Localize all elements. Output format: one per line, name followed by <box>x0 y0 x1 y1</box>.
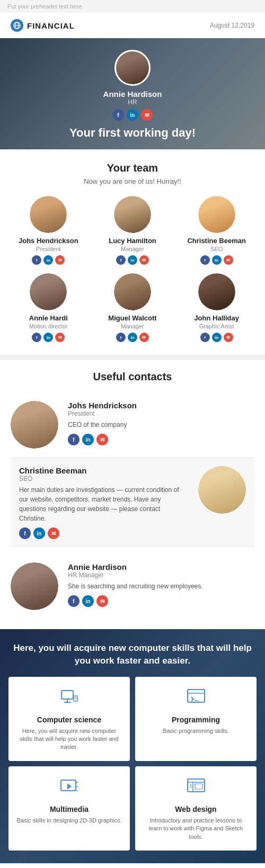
john-li[interactable]: in <box>212 333 222 342</box>
contact-socials-christine: f in ✉ <box>19 527 189 539</box>
christine-fb[interactable]: f <box>200 255 210 265</box>
skills-grid: Computer science Here, you will acquire … <box>8 677 257 851</box>
miguel-em[interactable]: ✉ <box>139 333 149 342</box>
socials-johs: f in ✉ <box>11 255 86 265</box>
annie-contact-em[interactable]: ✉ <box>96 595 108 607</box>
team-member-miguel: Miguel Walcott Manager f in ✉ <box>95 273 171 342</box>
team-member-john: John Halliday Graphic Artist f in ✉ <box>179 273 254 342</box>
johs-contact-li[interactable]: in <box>82 434 94 445</box>
contact-info-johs: Johs Hendrickson President CEO of the co… <box>68 401 254 445</box>
contact-name-annie: Annie Hardison <box>68 562 254 571</box>
skills-section: Here, you will acquire new computer skil… <box>0 629 265 863</box>
contact-role-annie: HR Manager <box>68 571 254 579</box>
skill-webdesign: Web design Introductory and practice les… <box>135 766 257 851</box>
role-john: Graphic Artist <box>179 323 254 329</box>
contact-christine: Christine Beeman SEO Her main duties are… <box>11 458 254 548</box>
svg-rect-17 <box>188 779 205 792</box>
skill-name-web: Web design <box>143 805 249 813</box>
team-title: Your team <box>11 162 254 174</box>
name-john: John Halliday <box>179 314 254 322</box>
hero-avatar <box>114 50 151 86</box>
annie-em[interactable]: ✉ <box>55 333 65 342</box>
contacts-title: Useful contacts <box>11 371 254 383</box>
header-date: August 12,2019 <box>210 22 254 29</box>
christine-em[interactable]: ✉ <box>224 255 233 265</box>
contact-desc-annie: She is searching and recruiting new empl… <box>68 581 254 591</box>
johs-contact-em[interactable]: ✉ <box>96 434 108 445</box>
contact-name-christine: Christine Beeman <box>19 466 189 475</box>
multimedia-icon <box>16 776 122 801</box>
preheader-text: Put your preheader text here. <box>7 3 83 10</box>
role-johs: President <box>11 246 86 252</box>
skill-programming: Programming Basic programming skills. <box>135 677 257 761</box>
services-section: Useful Services This is a storage of the… <box>0 863 265 868</box>
team-subtitle: Now you are one of us! Hurray!! <box>11 177 254 185</box>
team-section: Your team Now you are one of us! Hurray!… <box>0 149 265 355</box>
skill-desc-multi: Basic skills in designing 2D-3D graphics… <box>16 817 122 825</box>
christine-li[interactable]: in <box>212 255 222 265</box>
socials-lucy: f in ✉ <box>95 255 171 265</box>
hero-linkedin-btn[interactable]: in <box>127 109 138 121</box>
name-annie: Annie Hardi <box>11 314 86 322</box>
johs-li[interactable]: in <box>43 255 53 265</box>
role-miguel: Manager <box>95 323 171 329</box>
christine-contact-fb[interactable]: f <box>19 527 31 539</box>
hero-avatar-img <box>116 51 149 84</box>
role-annie: Motion director <box>11 323 86 329</box>
hero-email-btn[interactable]: ✉ <box>141 109 153 121</box>
christine-contact-li[interactable]: in <box>33 527 45 539</box>
socials-miguel: f in ✉ <box>95 333 171 342</box>
computer-science-icon <box>16 686 122 711</box>
skill-desc-prog: Basic programming skills. <box>143 727 249 735</box>
john-em[interactable]: ✉ <box>224 333 233 342</box>
hero-facebook-btn[interactable]: f <box>112 109 124 121</box>
hero-name: Annie Hardison <box>103 90 162 99</box>
team-member-christine: Christine Beeman SEO f in ✉ <box>179 196 254 265</box>
header: FINANCIAL August 12,2019 <box>0 13 265 38</box>
lucy-em[interactable]: ✉ <box>139 255 149 265</box>
skills-tagline: Here, you will acquire new computer skil… <box>8 642 257 667</box>
contacts-section: Useful contacts Johs Hendrickson Preside… <box>0 360 265 629</box>
contact-desc-christine: Her main duties are investigations — cur… <box>19 485 189 523</box>
name-lucy: Lucy Hamilton <box>95 237 171 245</box>
svg-marker-13 <box>67 783 72 790</box>
logo-text: FINANCIAL <box>27 21 75 30</box>
name-johs: Johs Hendrickson <box>11 237 86 245</box>
annie-contact-fb[interactable]: f <box>68 595 80 607</box>
contact-johs: Johs Hendrickson President CEO of the co… <box>11 392 254 458</box>
annie-fb[interactable]: f <box>32 333 41 342</box>
christine-contact-em[interactable]: ✉ <box>48 527 59 539</box>
skill-desc-web: Introductory and practice lessons to lea… <box>143 817 249 841</box>
skill-desc-cs: Here, you will acquire new computer skil… <box>16 727 122 751</box>
svg-rect-3 <box>61 691 73 699</box>
johs-contact-fb[interactable]: f <box>68 434 80 445</box>
lucy-li[interactable]: in <box>128 255 137 265</box>
contact-annie: Annie Hardison HR Manager She is searchi… <box>11 554 254 619</box>
skill-computer-science: Computer science Here, you will acquire … <box>8 677 130 761</box>
miguel-fb[interactable]: f <box>116 333 126 342</box>
team-grid: Johs Hendrickson President f in ✉ Lucy H… <box>11 196 254 342</box>
avatar-john <box>198 273 235 310</box>
webdesign-icon <box>143 776 249 801</box>
contact-role-johs: President <box>68 410 254 417</box>
avatar-annie <box>30 273 67 310</box>
johs-em[interactable]: ✉ <box>55 255 65 265</box>
johs-fb[interactable]: f <box>32 255 41 265</box>
avatar-johs <box>30 196 67 233</box>
annie-contact-li[interactable]: in <box>82 595 94 607</box>
avatar-christine <box>198 196 235 233</box>
socials-christine: f in ✉ <box>179 255 254 265</box>
john-fb[interactable]: f <box>200 333 210 342</box>
name-miguel: Miguel Walcott <box>95 314 171 322</box>
role-lucy: Manager <box>95 246 171 252</box>
miguel-li[interactable]: in <box>128 333 137 342</box>
team-member-lucy: Lucy Hamilton Manager f in ✉ <box>95 196 171 265</box>
avatar-lucy <box>114 196 151 233</box>
annie-li[interactable]: in <box>43 333 53 342</box>
svg-rect-23 <box>195 784 202 789</box>
contact-avatar-christine <box>198 466 246 514</box>
contact-name-johs: Johs Hendrickson <box>68 401 254 410</box>
skill-name-prog: Programming <box>143 715 249 724</box>
skill-multimedia: Multimedia Basic skills in designing 2D-… <box>8 766 130 851</box>
lucy-fb[interactable]: f <box>116 255 126 265</box>
